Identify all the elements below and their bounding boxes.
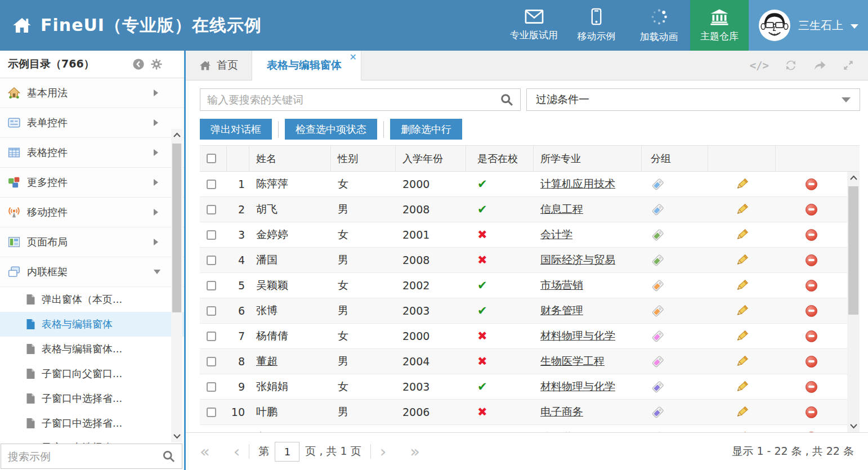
prev-page-button[interactable]: ‹ [234, 444, 240, 460]
major-link[interactable]: 会计学 [540, 227, 572, 242]
table-row[interactable]: 11 卜磊 女 2002 ✔ 管理学 [200, 425, 847, 432]
delete-icon[interactable] [806, 204, 817, 216]
edit-pencil-icon[interactable] [735, 203, 749, 216]
row-checkbox[interactable] [207, 382, 216, 392]
row-checkbox[interactable] [207, 205, 216, 214]
table-row[interactable]: 9 张娟娟 女 2003 ✔ 材料物理与化学 [200, 374, 847, 400]
row-checkbox[interactable] [207, 256, 216, 265]
major-link[interactable]: 财务管理 [540, 303, 583, 318]
delete-icon[interactable] [806, 406, 817, 418]
edit-pencil-icon[interactable] [735, 253, 749, 267]
search-icon[interactable] [500, 93, 513, 106]
open-dialog-button[interactable]: 弹出对话框 [200, 119, 272, 140]
filter-dropdown[interactable]: 过滤条件一 [526, 88, 860, 111]
nav-mobile-demo[interactable]: 移动示例 [565, 0, 628, 51]
scroll-down-icon[interactable] [171, 434, 182, 439]
edit-pencil-icon[interactable] [735, 279, 749, 292]
table-row[interactable]: 7 杨倩倩 女 2000 ✖ 材料物理与化学 [200, 324, 847, 349]
search-icon[interactable] [162, 450, 175, 463]
delete-icon[interactable] [806, 178, 817, 190]
close-icon[interactable]: ✕ [350, 52, 357, 62]
major-link[interactable]: 材料物理与化学 [540, 379, 615, 394]
grid-search-input[interactable] [207, 93, 500, 106]
row-checkbox[interactable] [207, 180, 216, 189]
select-all-checkbox[interactable] [207, 154, 216, 163]
sidebar-subitem-grid-edit-window-2[interactable]: 表格与编辑窗体... [0, 337, 184, 361]
source-code-icon[interactable]: </> [750, 59, 769, 71]
major-link[interactable]: 电子商务 [540, 405, 583, 419]
first-page-button[interactable]: « [200, 444, 210, 460]
home-icon[interactable] [12, 16, 32, 34]
check-selection-button[interactable]: 检查选中项状态 [285, 119, 377, 140]
grid-scrollbar[interactable] [847, 172, 860, 432]
sidebar-subitem-select-province-3[interactable]: 子窗口中选择省 [0, 436, 184, 444]
refresh-icon[interactable] [784, 59, 798, 72]
sidebar-item-mobile-controls[interactable]: 移动控件 [0, 198, 184, 227]
edit-pencil-icon[interactable] [735, 304, 749, 317]
delete-selected-button[interactable]: 删除选中行 [390, 119, 462, 140]
edit-pencil-icon[interactable] [735, 177, 749, 191]
collapse-back-icon[interactable] [132, 58, 145, 70]
table-row[interactable]: 1 陈萍萍 女 2000 ✔ 计算机应用技术 [200, 172, 847, 197]
edit-pencil-icon[interactable] [735, 329, 749, 343]
row-checkbox[interactable] [207, 306, 216, 316]
sidebar-subitem-child-to-parent[interactable]: 子窗口向父窗口... [0, 361, 184, 386]
sidebar-item-iframe[interactable]: 内联框架 [0, 257, 184, 287]
delete-icon[interactable] [806, 330, 817, 342]
table-row[interactable]: 6 张博 男 2003 ✔ 财务管理 [200, 298, 847, 324]
major-link[interactable]: 计算机应用技术 [540, 177, 615, 191]
sidebar-item-grid-controls[interactable]: 表格控件 [0, 138, 184, 168]
user-menu[interactable]: 三生石上 [749, 0, 868, 51]
tab-home[interactable]: 首页 [186, 51, 252, 80]
edit-pencil-icon[interactable] [735, 405, 749, 419]
major-link[interactable]: 市场营销 [540, 278, 583, 293]
share-icon[interactable] [813, 59, 827, 71]
sidebar-scrollbar[interactable] [171, 129, 182, 442]
scroll-up-icon[interactable] [171, 132, 182, 137]
major-link[interactable]: 信息工程 [540, 202, 583, 217]
row-checkbox[interactable] [207, 408, 216, 417]
tab-grid-edit-window[interactable]: 表格与编辑窗体 ✕ [252, 51, 361, 80]
delete-icon[interactable] [806, 254, 817, 266]
delete-icon[interactable] [806, 356, 817, 368]
table-row[interactable]: 2 胡飞 男 2008 ✔ 信息工程 [200, 197, 847, 222]
edit-pencil-icon[interactable] [735, 228, 749, 241]
edit-pencil-icon[interactable] [735, 355, 749, 368]
row-checkbox[interactable] [207, 281, 216, 290]
sidebar-subitem-popup-window[interactable]: 弹出窗体（本页... [0, 287, 184, 312]
page-number-input[interactable] [275, 442, 299, 462]
nav-loading-anim[interactable]: 加载动画 [628, 0, 690, 51]
delete-icon[interactable] [806, 305, 817, 317]
scroll-up-icon[interactable] [847, 175, 860, 180]
sidebar-item-basic[interactable]: 基本用法 [0, 78, 184, 108]
table-row[interactable]: 3 金婷婷 女 2001 ✖ 会计学 [200, 222, 847, 248]
table-row[interactable]: 4 潘国 男 2008 ✖ 国际经济与贸易 [200, 248, 847, 273]
sidebar-subitem-grid-edit-window[interactable]: 表格与编辑窗体 [0, 312, 184, 337]
nav-theme-store[interactable]: 主题仓库 [690, 0, 749, 51]
scroll-down-icon[interactable] [847, 424, 860, 429]
sidebar-item-more-controls[interactable]: 更多控件 [0, 168, 184, 198]
row-checkbox[interactable] [207, 332, 216, 341]
delete-icon[interactable] [806, 381, 817, 393]
edit-pencil-icon[interactable] [735, 380, 749, 393]
table-row[interactable]: 10 叶鹏 男 2006 ✖ 电子商务 [200, 400, 847, 425]
major-link[interactable]: 材料物理与化学 [540, 329, 615, 343]
expand-icon[interactable] [842, 59, 854, 71]
sidebar-item-page-layout[interactable]: 页面布局 [0, 227, 184, 257]
nav-trial[interactable]: 专业版试用 [503, 0, 565, 51]
table-row[interactable]: 8 董超 男 2004 ✖ 生物医学工程 [200, 349, 847, 374]
gear-icon[interactable] [150, 58, 163, 70]
sidebar-item-form-controls[interactable]: 表单控件 [0, 108, 184, 138]
sidebar-subitem-select-province-2[interactable]: 子窗口中选择省... [0, 411, 184, 436]
major-link[interactable]: 国际经济与贸易 [540, 253, 615, 267]
last-page-button[interactable]: » [410, 444, 420, 460]
next-page-button[interactable]: › [380, 444, 387, 460]
delete-icon[interactable] [806, 280, 817, 292]
row-checkbox[interactable] [207, 357, 216, 366]
grid-scrollbar-thumb[interactable] [848, 186, 858, 315]
major-link[interactable]: 生物医学工程 [540, 354, 605, 369]
sidebar-scrollbar-thumb[interactable] [172, 144, 181, 312]
sidebar-subitem-select-province-1[interactable]: 子窗口中选择省... [0, 386, 184, 411]
delete-icon[interactable] [806, 229, 817, 241]
table-row[interactable]: 5 吴颖颖 女 2002 ✔ 市场营销 [200, 273, 847, 298]
